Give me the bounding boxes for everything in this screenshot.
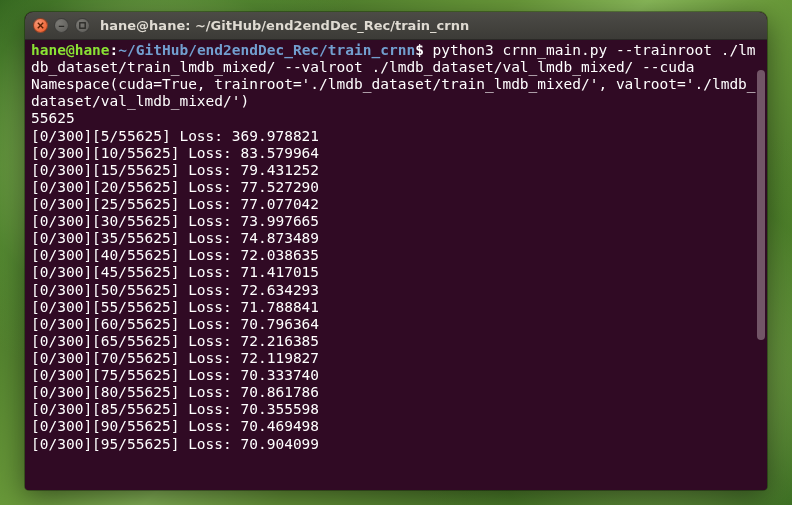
window-controls — [33, 18, 90, 33]
scrollbar[interactable] — [757, 70, 765, 340]
output-loss-line: [0/300][20/55625] Loss: 77.527290 — [31, 179, 761, 196]
terminal-body[interactable]: hane@hane:~/GitHub/end2endDec_Rec/train_… — [25, 40, 767, 490]
minimize-icon[interactable] — [54, 18, 69, 33]
output-loss-line: [0/300][75/55625] Loss: 70.333740 — [31, 367, 761, 384]
output-loss-line: [0/300][70/55625] Loss: 72.119827 — [31, 350, 761, 367]
output-loss-line: [0/300][30/55625] Loss: 73.997665 — [31, 213, 761, 230]
output-loss-line: [0/300][60/55625] Loss: 70.796364 — [31, 316, 761, 333]
output-loss-line: [0/300][65/55625] Loss: 72.216385 — [31, 333, 761, 350]
output-loss-line: [0/300][45/55625] Loss: 71.417015 — [31, 264, 761, 281]
maximize-icon[interactable] — [75, 18, 90, 33]
terminal-window: hane@hane: ~/GitHub/end2endDec_Rec/train… — [25, 12, 767, 490]
output-loss-line: [0/300][5/55625] Loss: 369.978821 — [31, 128, 761, 145]
titlebar[interactable]: hane@hane: ~/GitHub/end2endDec_Rec/train… — [25, 12, 767, 40]
output-loss-line: [0/300][90/55625] Loss: 70.469498 — [31, 418, 761, 435]
output-loss-line: [0/300][95/55625] Loss: 70.904099 — [31, 436, 761, 453]
output-loss-line: [0/300][85/55625] Loss: 70.355598 — [31, 401, 761, 418]
prompt-user: hane@hane — [31, 42, 110, 58]
window-title: hane@hane: ~/GitHub/end2endDec_Rec/train… — [100, 18, 469, 33]
prompt-path: ~/GitHub/end2endDec_Rec/train_crnn — [118, 42, 415, 58]
output-namespace: Namespace(cuda=True, trainroot='./lmdb_d… — [31, 76, 761, 110]
close-icon[interactable] — [33, 18, 48, 33]
output-loss-line: [0/300][35/55625] Loss: 74.873489 — [31, 230, 761, 247]
output-loss-line: [0/300][15/55625] Loss: 79.431252 — [31, 162, 761, 179]
prompt-dollar: $ — [415, 42, 424, 58]
output-loss-line: [0/300][25/55625] Loss: 77.077042 — [31, 196, 761, 213]
prompt-sep: : — [110, 42, 119, 58]
output-loss-line: [0/300][40/55625] Loss: 72.038635 — [31, 247, 761, 264]
output-loss-line: [0/300][50/55625] Loss: 72.634293 — [31, 282, 761, 299]
output-count: 55625 — [31, 110, 761, 127]
output-loss-line: [0/300][10/55625] Loss: 83.579964 — [31, 145, 761, 162]
output-loss-line: [0/300][80/55625] Loss: 70.861786 — [31, 384, 761, 401]
svg-rect-3 — [80, 23, 85, 28]
output-loss-line: [0/300][55/55625] Loss: 71.788841 — [31, 299, 761, 316]
output-loss-lines: [0/300][5/55625] Loss: 369.978821[0/300]… — [31, 128, 761, 453]
